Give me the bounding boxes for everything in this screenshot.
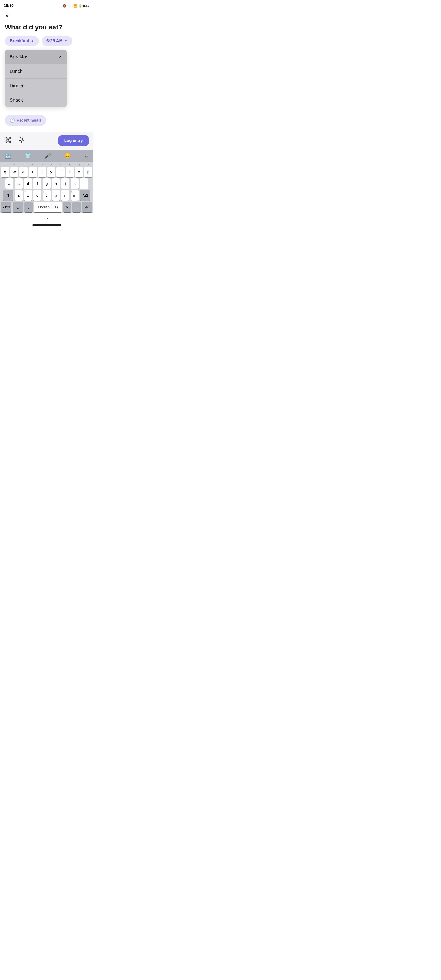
recent-meals-section: 🕐 Recent meals bbox=[0, 107, 93, 130]
dropdown-container: Breakfast ✓ Lunch Dinner Snack bbox=[5, 50, 89, 107]
key-z[interactable]: • z bbox=[14, 190, 23, 201]
battery-percent: 93% bbox=[83, 4, 89, 8]
meal-type-label: Breakfast bbox=[10, 38, 29, 43]
key-q[interactable]: q bbox=[1, 167, 9, 177]
keyboard-hide-button[interactable]: ⌄ bbox=[45, 215, 49, 221]
key-b[interactable]: ; b bbox=[52, 190, 60, 201]
dropdown-item-breakfast[interactable]: Breakfast ✓ bbox=[5, 50, 67, 64]
key-y[interactable]: y bbox=[48, 167, 56, 177]
keyboard-row-a: a s d f g h j k l bbox=[0, 177, 93, 189]
keyboard-mic-button[interactable]: 🎤 bbox=[43, 152, 53, 160]
key-g[interactable]: g bbox=[43, 178, 51, 189]
time-label: 6:29 AM bbox=[46, 38, 63, 43]
action-bar: Log entry bbox=[0, 132, 93, 150]
status-bar: 10:30 🔕 ▪▪▪▪▪ 📶 🔋 93% bbox=[0, 0, 93, 11]
main-content: × What did you eat? Breakfast ▲ 6:29 AM … bbox=[0, 11, 93, 107]
shift-key[interactable]: ⬆ bbox=[3, 190, 13, 201]
keyboard-shirt-button[interactable]: 👕 bbox=[23, 152, 33, 160]
dropdown-item-label: Dinner bbox=[10, 83, 24, 89]
key-h[interactable]: h bbox=[52, 178, 60, 189]
dropdown-item-snack[interactable]: Snack bbox=[5, 93, 67, 107]
svg-rect-3 bbox=[20, 137, 22, 141]
mute-icon: 🔕 bbox=[62, 4, 66, 8]
checkmark-icon: ✓ bbox=[58, 54, 62, 60]
key-x[interactable]: " x bbox=[24, 190, 32, 201]
dropdown-item-lunch[interactable]: Lunch bbox=[5, 64, 67, 79]
recent-meals-button[interactable]: 🕐 Recent meals bbox=[5, 115, 46, 126]
space-key[interactable]: English (UK) bbox=[34, 202, 62, 212]
key-u[interactable]: u bbox=[56, 167, 65, 177]
period-key[interactable]: . bbox=[73, 202, 81, 212]
key-f[interactable]: f bbox=[33, 178, 41, 189]
meal-arrow-icon: ▲ bbox=[31, 39, 34, 43]
key-s[interactable]: s bbox=[14, 178, 23, 189]
recent-meals-icon: 🕐 bbox=[10, 118, 15, 123]
return-key[interactable]: ↵ bbox=[82, 202, 92, 212]
dropdown-menu: Breakfast ✓ Lunch Dinner Snack bbox=[5, 50, 67, 107]
home-bar bbox=[32, 224, 61, 226]
svg-point-1 bbox=[8, 139, 9, 141]
emoji-face-key[interactable]: ☺ bbox=[13, 202, 23, 212]
key-w[interactable]: w bbox=[10, 167, 18, 177]
dropdown-item-dinner[interactable]: Dinner bbox=[5, 79, 67, 93]
numbers-key[interactable]: ?123 bbox=[1, 202, 11, 212]
keyboard-sticker-button[interactable]: 🔣 bbox=[3, 152, 13, 160]
delete-key[interactable]: ⌫ bbox=[80, 190, 90, 201]
battery-icon: 🔋 bbox=[78, 4, 82, 8]
time-arrow-icon: ▼ bbox=[64, 39, 67, 43]
action-icons bbox=[4, 136, 25, 146]
key-o[interactable]: o bbox=[75, 167, 83, 177]
camera-scan-button[interactable] bbox=[4, 136, 13, 146]
microphone-button[interactable] bbox=[17, 136, 25, 146]
wifi-icon: 📶 bbox=[74, 4, 78, 8]
key-e[interactable]: e bbox=[19, 167, 27, 177]
key-l[interactable]: l bbox=[80, 178, 88, 189]
exclamation-key[interactable]: !? bbox=[63, 202, 71, 212]
key-c[interactable]: c bbox=[33, 190, 41, 201]
page-title: What did you eat? bbox=[5, 23, 89, 31]
time-button[interactable]: 6:29 AM ▼ bbox=[41, 36, 72, 46]
key-t[interactable]: t bbox=[38, 167, 46, 177]
chevron-down-section: ⌄ bbox=[0, 213, 93, 223]
key-n[interactable]: ! n bbox=[61, 190, 69, 201]
keyboard-row-q: q w e r t y u i o p bbox=[0, 165, 93, 177]
keyboard-bottom-row: ?123 ☺ , English (UK) !? . ↵ bbox=[0, 201, 93, 213]
meal-type-button[interactable]: Breakfast ▲ bbox=[5, 36, 39, 46]
key-k[interactable]: k bbox=[71, 178, 79, 189]
status-icons: 🔕 ▪▪▪▪▪ 📶 🔋 93% bbox=[62, 4, 89, 8]
key-v[interactable]: : v bbox=[43, 190, 51, 201]
key-a[interactable]: a bbox=[5, 178, 13, 189]
dropdown-item-label: Breakfast bbox=[10, 54, 30, 60]
key-j[interactable]: j bbox=[61, 178, 69, 189]
key-d[interactable]: d bbox=[24, 178, 32, 189]
svg-point-2 bbox=[8, 141, 10, 142]
recent-meals-label: Recent meals bbox=[17, 118, 41, 123]
keyboard-toolbar: 🔣 👕 🎤 😊 ⌄ bbox=[0, 150, 93, 162]
status-time: 10:30 bbox=[4, 3, 14, 8]
keyboard-emoji-button[interactable]: 😊 bbox=[62, 152, 73, 160]
keyboard: 🔣 👕 🎤 😊 ⌄ 1 2 3 4 5 6 7 8 9 0 q w e r t … bbox=[0, 150, 93, 213]
comma-key[interactable]: , bbox=[24, 202, 33, 212]
key-r[interactable]: r bbox=[29, 167, 37, 177]
dropdown-item-label: Snack bbox=[10, 97, 23, 103]
signal-icon: ▪▪▪▪▪ bbox=[67, 4, 73, 8]
dropdown-item-label: Lunch bbox=[10, 68, 23, 74]
log-entry-button[interactable]: Log entry bbox=[58, 135, 89, 146]
key-i[interactable]: i bbox=[66, 167, 74, 177]
key-p[interactable]: p bbox=[84, 167, 92, 177]
home-indicator bbox=[0, 223, 93, 227]
selector-row: Breakfast ▲ 6:29 AM ▼ bbox=[5, 36, 89, 46]
close-button[interactable]: × bbox=[5, 13, 10, 20]
keyboard-collapse-button[interactable]: ⌄ bbox=[82, 152, 90, 160]
key-m[interactable]: ? m bbox=[71, 190, 79, 201]
